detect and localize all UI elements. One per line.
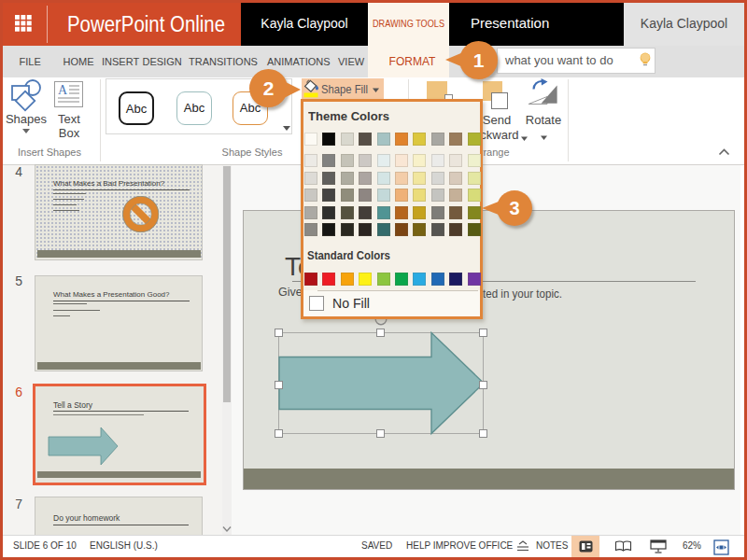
svg-text:Standard Colors: Standard Colors <box>307 249 390 262</box>
svg-text:A: A <box>58 83 68 97</box>
svg-text:Theme Colors: Theme Colors <box>308 110 389 123</box>
svg-text:Shape Fill: Shape Fill <box>321 82 368 96</box>
svg-text:ted in your topic.: ted in your topic. <box>483 287 562 301</box>
svg-text:DRAWING TOOLS: DRAWING TOOLS <box>373 18 444 29</box>
svg-text:PowerPoint Online: PowerPoint Online <box>67 12 225 36</box>
svg-text:No Fill: No Fill <box>332 296 370 311</box>
